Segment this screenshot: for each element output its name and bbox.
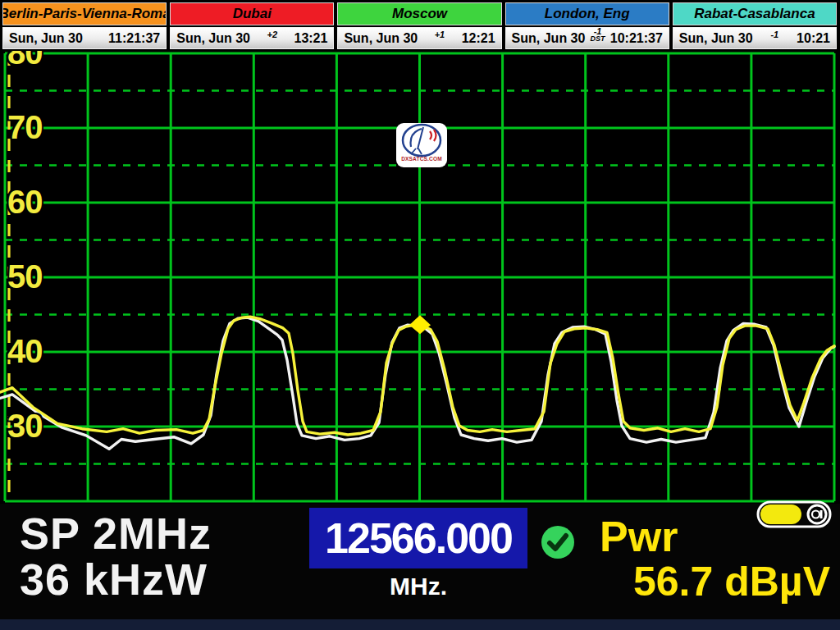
world-clock-bar: Berlin-Paris-Vienna-Roma Sun, Jun 30 11:…: [0, 0, 840, 51]
span-bandwidth-labels: SP 2MHz 36 kHzW: [20, 510, 212, 602]
frequency-display[interactable]: 12566.000: [309, 508, 527, 568]
y-axis-tick-label: 30: [7, 408, 43, 444]
power-value: 56.7 dBµV: [633, 558, 830, 605]
y-axis-tick-label: 50: [7, 258, 43, 294]
clock-city-label: Moscow: [337, 2, 501, 25]
y-axis-tick-label: 70: [7, 109, 43, 145]
logo-text: DXSATCS.COM: [401, 156, 442, 162]
spectrum-analyzer-screen: Berlin-Paris-Vienna-Roma Sun, Jun 30 11:…: [0, 0, 840, 630]
power-label: Pwr: [600, 512, 678, 561]
clock-utc-offset: -1: [770, 31, 778, 39]
clock-date: Sun, Jun 30: [9, 31, 83, 46]
readout-panel: SP 2MHz 36 kHzW 12566.000 MHz. Pwr 56.7 …: [0, 504, 840, 630]
clock-city-label: Berlin-Paris-Vienna-Roma: [2, 2, 167, 25]
toggle-knob[interactable]: [760, 504, 801, 524]
toggle-switch[interactable]: [756, 500, 832, 528]
clock-london: London, Eng Sun, Jun 30 -1DST 10:21:37: [505, 2, 669, 51]
clock-time-row: Sun, Jun 30 -1 10:21: [673, 27, 837, 49]
clock-date: Sun, Jun 30: [176, 31, 250, 46]
spectrum-plot-svg: [0, 51, 840, 504]
clock-date: Sun, Jun 30: [344, 31, 418, 46]
clock-dubai: Dubai Sun, Jun 30 +2 13:21: [170, 2, 334, 51]
clock-time: 11:21:37: [108, 31, 160, 46]
bandwidth-label: 36 kHzW: [20, 556, 212, 602]
clock-utc-offset: +2: [267, 31, 277, 39]
clock-date: Sun, Jun 30: [679, 31, 753, 46]
clock-time: 10:21: [797, 31, 830, 46]
frequency-unit: MHz.: [309, 573, 527, 600]
clock-berlin: Berlin-Paris-Vienna-Roma Sun, Jun 30 11:…: [2, 2, 167, 51]
grid-lines: [5, 53, 834, 501]
clock-time: 13:21: [294, 31, 327, 46]
clock-utc-offset: -1DST: [591, 28, 605, 42]
clock-date: Sun, Jun 30: [512, 31, 586, 46]
span-label: SP 2MHz: [20, 510, 212, 556]
check-circle-icon: [541, 525, 575, 559]
clock-rabat: Rabat-Casablanca Sun, Jun 30 -1 10:21: [673, 2, 837, 51]
dxsatcs-logo: DXSATCS.COM: [396, 123, 447, 167]
clock-city-label: London, Eng: [505, 2, 669, 25]
bottom-navy-strip: [0, 619, 840, 630]
clock-city-label: Rabat-Casablanca: [673, 2, 837, 25]
live-trace: [0, 317, 834, 435]
clock-time-row: Sun, Jun 30 11:21:37: [2, 27, 167, 49]
clock-city-label: Dubai: [170, 2, 334, 25]
clock-time-row: Sun, Jun 30 +1 12:21: [337, 27, 501, 49]
clock-time: 12:21: [462, 31, 495, 46]
spectrum-chart: 807060504030 DXSATCS.COM: [0, 51, 840, 504]
clock-time-row: Sun, Jun 30 +2 13:21: [170, 27, 334, 49]
clock-time-row: Sun, Jun 30 -1DST 10:21:37: [505, 27, 669, 49]
satellite-dish-icon: [399, 123, 445, 158]
y-axis-tick-label: 80: [7, 51, 43, 71]
clock-time: 10:21:37: [610, 31, 663, 46]
y-axis-tick-label: 60: [7, 184, 43, 220]
clock-utc-offset: +1: [435, 31, 445, 39]
frequency-value: 12566.000: [325, 514, 512, 563]
clock-moscow: Moscow Sun, Jun 30 +1 12:21: [337, 2, 501, 51]
y-axis-tick-label: 40: [7, 333, 43, 369]
